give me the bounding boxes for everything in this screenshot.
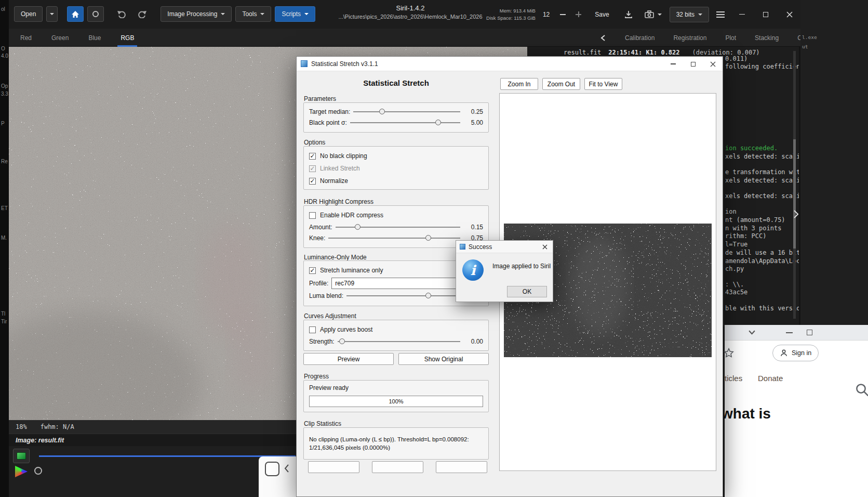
decrease-button[interactable]	[557, 8, 568, 21]
slider-thumb[interactable]	[425, 235, 431, 241]
slider-thumb[interactable]	[435, 120, 441, 125]
window-maximize-button[interactable]	[756, 0, 776, 29]
checkbox-checked-icon[interactable]	[309, 153, 316, 160]
tab-red[interactable]: Red	[17, 29, 35, 47]
success-ok-button[interactable]: OK	[507, 286, 547, 297]
rgb-triangle-icon[interactable]	[15, 466, 28, 477]
amount-label: Amount:	[309, 224, 332, 231]
progress-percent: 100%	[389, 398, 403, 404]
strength-value: 0.00	[463, 338, 483, 345]
chevron-left-icon[interactable]	[600, 34, 606, 42]
dialog-maximize-button[interactable]	[683, 57, 703, 71]
checkbox-checked-disabled-icon	[309, 165, 316, 172]
chevron-down-icon[interactable]	[748, 329, 756, 336]
save-button[interactable]: Save	[588, 7, 616, 22]
slider-thumb[interactable]	[425, 293, 431, 298]
knee-slider[interactable]	[328, 234, 460, 242]
no-black-clipping-label: No black clipping	[320, 152, 367, 160]
bottom-button-clipped[interactable]	[372, 461, 423, 473]
black-point-slider[interactable]	[350, 119, 460, 126]
clipped-text: Re	[1, 159, 8, 164]
clip-statistics-line2: 1/21,636,045 pixels (0.0000%)	[309, 443, 483, 452]
bookmark-star-icon[interactable]	[724, 348, 734, 358]
dialog-minimize-button[interactable]	[663, 57, 683, 71]
slider-thumb[interactable]	[339, 338, 345, 344]
tab-blue[interactable]: Blue	[85, 29, 104, 47]
maximize-icon	[763, 12, 768, 17]
clipped-text: l.exe	[802, 34, 817, 40]
scrollbar-thumb[interactable]	[793, 139, 796, 248]
save-label: Save	[595, 11, 609, 18]
tools-menu-button[interactable]: Tools	[235, 6, 271, 22]
panel-expand-button[interactable]	[792, 209, 799, 221]
image-processing-label: Image Processing	[167, 10, 217, 18]
display-mode-button[interactable]	[13, 449, 30, 463]
checkbox-unchecked-icon[interactable]	[309, 326, 316, 333]
nav-link-articles[interactable]: ticles	[725, 374, 742, 383]
nav-link-donate[interactable]: Donate	[758, 374, 783, 383]
strength-label: Strength:	[309, 338, 335, 345]
target-median-slider[interactable]	[353, 108, 460, 115]
memory-usage: Mem: 913.4 MiB	[486, 7, 536, 15]
minimize-icon[interactable]	[786, 332, 793, 333]
tab-rgb[interactable]: RGB	[117, 29, 137, 47]
chevron-right-icon	[792, 209, 799, 219]
open-label: Open	[21, 10, 36, 18]
success-close-button[interactable]	[537, 241, 553, 253]
search-icon[interactable]	[854, 382, 868, 398]
undo-button[interactable]	[113, 6, 130, 22]
tab-plot[interactable]: Plot	[725, 34, 736, 42]
slider-thumb[interactable]	[355, 224, 360, 230]
checkbox-unchecked-icon[interactable]	[309, 212, 316, 219]
redo-button[interactable]	[133, 6, 150, 22]
no-black-clipping-checkbox[interactable]: No black clipping	[304, 150, 488, 162]
enable-hdr-checkbox[interactable]: Enable HDR compress	[304, 209, 488, 221]
console-scrollbar[interactable]	[793, 51, 796, 319]
clip-statistics-line1: No clipping (Luma-only (L ≤ bp)). Thresh…	[309, 435, 483, 443]
zoom-out-button[interactable]: Zoom Out	[542, 78, 580, 90]
checkbox-checked-icon[interactable]	[309, 267, 316, 274]
checkbox-checked-icon[interactable]	[309, 178, 316, 185]
open-button[interactable]: Open	[14, 6, 43, 22]
increase-button[interactable]	[572, 8, 584, 21]
window-minimize-button[interactable]	[732, 0, 752, 29]
home-button[interactable]	[67, 6, 84, 22]
tab-green[interactable]: Green	[48, 29, 72, 47]
zoom-in-button[interactable]: Zoom In	[500, 78, 538, 90]
snapshot-button[interactable]	[641, 7, 665, 22]
bottom-button-clipped[interactable]	[308, 461, 359, 473]
tab-registration[interactable]: Registration	[673, 34, 706, 42]
background-window-left-strip: ol O 4.0 Op 3.3 P Re ET M. Tl Tir	[0, 0, 9, 497]
console-line-clipped: ch.py	[725, 265, 744, 272]
strength-slider[interactable]	[338, 338, 460, 345]
chevron-down-icon	[698, 14, 702, 16]
tool-button[interactable]	[265, 462, 279, 476]
bit-depth-selector[interactable]: 32 bits	[670, 7, 709, 22]
hamburger-menu-button[interactable]	[713, 8, 728, 21]
fit-to-view-button[interactable]: Fit to View	[584, 78, 622, 90]
open-dropdown-button[interactable]	[46, 6, 58, 22]
tab-console-clipped[interactable]: Co	[797, 34, 800, 42]
group-label-luminance: Luminance-Only Mode	[304, 254, 367, 261]
maximize-icon[interactable]	[807, 330, 812, 335]
range-slider-knob[interactable]	[34, 467, 42, 475]
show-original-button[interactable]: Show Original	[398, 353, 489, 365]
sign-in-button[interactable]: Sign in	[772, 345, 819, 361]
success-titlebar[interactable]: Success	[456, 241, 553, 253]
save-as-button[interactable]	[620, 7, 637, 22]
camera-icon	[645, 10, 654, 18]
bottom-button-clipped[interactable]	[436, 461, 487, 473]
chevron-left-icon[interactable]	[284, 464, 290, 473]
apply-curves-checkbox[interactable]: Apply curves boost	[304, 323, 488, 336]
normalize-checkbox[interactable]: Normalize	[304, 175, 488, 187]
preview-button[interactable]: Preview	[303, 353, 394, 365]
window-close-button[interactable]	[780, 0, 799, 29]
image-processing-menu-button[interactable]: Image Processing	[161, 6, 232, 22]
tab-calibration[interactable]: Calibration	[625, 34, 655, 42]
dialog-close-button[interactable]	[703, 57, 723, 71]
clipped-text: ET	[1, 205, 8, 211]
record-button[interactable]	[87, 6, 104, 22]
tab-stacking[interactable]: Stacking	[755, 34, 779, 42]
slider-thumb[interactable]	[379, 109, 385, 114]
amount-slider[interactable]	[336, 224, 460, 231]
